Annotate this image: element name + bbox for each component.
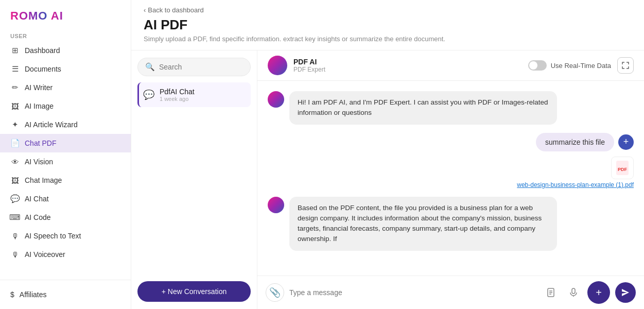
ai-writer-icon: ✏: [10, 83, 20, 92]
pdf-filename-link[interactable]: web-design-business-plan-example (1).pdf: [517, 181, 634, 188]
sidebar-item-ai-writer[interactable]: ✏ AI Writer: [0, 78, 131, 97]
bot-role: PDF Expert: [293, 66, 522, 73]
attach-button[interactable]: 📎: [266, 283, 284, 302]
sidebar-item-ai-image[interactable]: 🖼 AI Image: [0, 97, 131, 115]
conversation-icon: 💬: [143, 89, 154, 100]
logo-ai: AI: [47, 9, 63, 22]
conversation-item[interactable]: 💬 PdfAI Chat 1 week ago: [137, 82, 251, 107]
chat-pdf-icon: 📄: [10, 139, 20, 148]
logo-romo: ROMO: [10, 9, 47, 22]
sidebar-item-label: AI Writer: [25, 83, 53, 92]
realtime-label: Use Real-Time Data: [551, 62, 611, 70]
sidebar-section-user: USER: [0, 28, 131, 41]
documents-icon: ☰: [10, 64, 20, 74]
sidebar-item-ai-speech[interactable]: 🎙 AI Speech to Text: [0, 227, 131, 245]
sidebar-nav: ⊞ Dashboard ☰ Documents ✏ AI Writer 🖼 AI…: [0, 41, 131, 280]
sidebar-item-label: AI Chat: [25, 195, 49, 203]
conversation-name: PdfAI Chat: [160, 88, 195, 96]
dashboard-icon: ⊞: [10, 46, 20, 55]
sidebar-item-label: Chat PDF: [25, 139, 56, 147]
sidebar: ROMO AI USER ⊞ Dashboard ☰ Documents ✏ A…: [0, 0, 131, 309]
ai-image-icon: 🖼: [10, 101, 20, 111]
sidebar-item-dashboard[interactable]: ⊞ Dashboard: [0, 41, 131, 60]
sidebar-footer: $ Affiliates: [0, 280, 131, 309]
chat-area: PDF AI PDF Expert Use Real-Time Data: [257, 50, 644, 309]
affiliates-label: Affiliates: [20, 290, 47, 299]
search-input[interactable]: [159, 63, 243, 71]
sidebar-item-label: Documents: [25, 65, 61, 73]
sidebar-item-documents[interactable]: ☰ Documents: [0, 60, 131, 78]
sidebar-item-chat-image[interactable]: 🖼 Chat Image: [0, 171, 131, 190]
svg-rect-6: [572, 288, 575, 294]
ai-chat-icon: 💬: [10, 194, 20, 203]
user-plus-icon[interactable]: +: [618, 134, 634, 150]
message-row: Hi! I am PDF AI, and I'm PDF Expert. I c…: [268, 91, 634, 125]
chat-header: PDF AI PDF Expert Use Real-Time Data: [257, 50, 644, 81]
sidebar-item-label: AI Image: [25, 102, 54, 110]
chat-image-icon: 🖼: [10, 176, 20, 185]
new-conversation-button[interactable]: + New Conversation: [137, 281, 251, 302]
sidebar-item-affiliates[interactable]: $ Affiliates: [10, 286, 120, 303]
page-title: AI PDF: [144, 17, 632, 33]
conversations-panel: 🔍 💬 PdfAI Chat 1 week ago + New Conversa…: [131, 50, 257, 309]
expand-icon[interactable]: [617, 57, 634, 74]
sidebar-item-ai-chat[interactable]: 💬 AI Chat: [0, 190, 131, 208]
user-message-bubble: summarize this file: [536, 133, 614, 151]
sidebar-item-ai-voiceover[interactable]: 🎙 AI Voiceover: [0, 245, 131, 264]
ai-article-wizard-icon: ✦: [10, 120, 20, 129]
sidebar-item-chat-pdf[interactable]: 📄 Chat PDF: [0, 134, 131, 152]
ai-voiceover-icon: 🎙: [10, 250, 20, 259]
chat-layout: 🔍 💬 PdfAI Chat 1 week ago + New Conversa…: [131, 50, 644, 309]
microphone-button[interactable]: [565, 284, 582, 301]
sidebar-item-ai-article-wizard[interactable]: ✦ AI Article Wizard: [0, 115, 131, 134]
sidebar-item-ai-vision[interactable]: 👁 AI Vision: [0, 152, 131, 171]
bot-message-bubble: Hi! I am PDF AI, and I'm PDF Expert. I c…: [289, 91, 557, 125]
page-header: ‹ Back to dashboard AI PDF Simply upload…: [131, 0, 644, 50]
bot-response-row: Based on the PDF content, the file you p…: [268, 197, 634, 251]
back-link[interactable]: ‹ Back to dashboard: [144, 6, 632, 14]
bot-avatar: [268, 56, 287, 75]
pdf-icon: PDF: [611, 157, 634, 179]
search-box[interactable]: 🔍: [137, 58, 251, 76]
bot-name: PDF AI: [293, 58, 522, 66]
ai-code-icon: ⌨: [10, 213, 20, 222]
chat-messages: Hi! I am PDF AI, and I'm PDF Expert. I c…: [257, 81, 644, 276]
bot-info: PDF AI PDF Expert: [293, 58, 522, 73]
sidebar-item-label: AI Vision: [25, 158, 53, 166]
chat-input-bar: 📎 +: [257, 276, 644, 309]
ai-vision-icon: 👁: [10, 157, 20, 166]
sidebar-item-label: AI Code: [25, 213, 51, 221]
sidebar-item-label: AI Article Wizard: [25, 121, 78, 129]
main-content: ‹ Back to dashboard AI PDF Simply upload…: [131, 0, 644, 309]
sidebar-item-label: AI Voiceover: [25, 250, 65, 259]
toggle-switch[interactable]: [528, 60, 547, 71]
document-icon-button[interactable]: [542, 284, 560, 301]
search-icon: 🔍: [145, 62, 155, 72]
sidebar-item-label: AI Speech to Text: [25, 232, 81, 240]
sidebar-item-ai-code[interactable]: ⌨ AI Code: [0, 208, 131, 227]
ai-speech-icon: 🎙: [10, 231, 20, 241]
sidebar-item-label: Chat Image: [25, 176, 62, 184]
conversation-time: 1 week ago: [160, 96, 195, 102]
add-content-button[interactable]: +: [587, 281, 610, 304]
message-input[interactable]: [289, 288, 537, 297]
back-link-text: Back to dashboard: [148, 6, 203, 14]
logo: ROMO AI: [0, 0, 131, 28]
send-button[interactable]: [615, 282, 636, 303]
bot-response-avatar: [268, 197, 284, 213]
chevron-left-icon: ‹: [144, 6, 146, 14]
svg-text:PDF: PDF: [618, 167, 628, 172]
realtime-toggle[interactable]: Use Real-Time Data: [528, 60, 611, 71]
conversation-info: PdfAI Chat 1 week ago: [160, 88, 195, 102]
sidebar-item-label: Dashboard: [25, 46, 60, 55]
page-subtitle: Simply upload a PDF, find specific infor…: [144, 35, 632, 43]
bot-response-bubble: Based on the PDF content, the file you p…: [289, 197, 557, 251]
user-message-row: summarize this file +: [536, 133, 634, 151]
affiliates-icon: $: [10, 290, 14, 299]
bot-message-avatar: [268, 91, 284, 108]
pdf-file-reference: PDF web-design-business-plan-example (1)…: [517, 157, 634, 188]
